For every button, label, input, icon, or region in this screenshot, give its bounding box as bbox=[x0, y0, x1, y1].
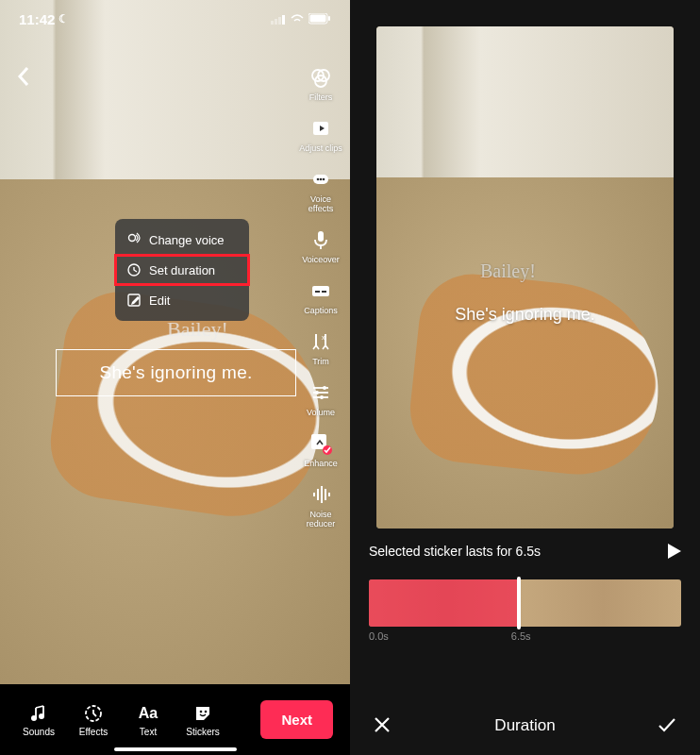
svg-rect-15 bbox=[318, 231, 324, 242]
tool-captions[interactable]: Captions bbox=[299, 277, 342, 315]
captions-icon bbox=[308, 277, 334, 304]
svg-point-36 bbox=[31, 715, 37, 721]
sounds-icon bbox=[27, 702, 50, 725]
caption-label: She's ignoring me. bbox=[99, 362, 252, 383]
edit-toolbar: Filters Adjust clips Voice effects Voice… bbox=[299, 64, 342, 528]
caption-text-box[interactable]: She's ignoring me. bbox=[56, 349, 296, 396]
svg-rect-18 bbox=[322, 291, 326, 293]
menu-change-voice[interactable]: Change voice bbox=[115, 225, 249, 255]
cellular-icon bbox=[271, 14, 286, 25]
tool-filters[interactable]: Filters bbox=[299, 64, 342, 102]
svg-text:x: x bbox=[322, 334, 325, 341]
editor-screen: 11:42 ☾ Filters Adjust clips Voice effec… bbox=[0, 0, 350, 755]
duration-screen: Bailey! She's ignoring me. Selected stic… bbox=[350, 0, 700, 755]
tool-voiceover[interactable]: Voiceover bbox=[299, 226, 342, 264]
svg-point-12 bbox=[317, 178, 320, 181]
duration-title: Duration bbox=[494, 716, 555, 735]
play-button[interactable] bbox=[668, 544, 681, 559]
bottom-sounds[interactable]: Sounds bbox=[11, 702, 66, 737]
wifi-icon bbox=[290, 13, 305, 25]
next-button[interactable]: Next bbox=[260, 700, 333, 739]
tool-enhance[interactable]: Enhance bbox=[299, 430, 342, 468]
tick-mid: 6.5s bbox=[511, 630, 531, 642]
enhance-icon bbox=[308, 430, 334, 457]
svg-point-23 bbox=[315, 391, 319, 394]
stickers-icon bbox=[192, 702, 214, 725]
video-preview[interactable]: Bailey! She's ignoring me. bbox=[376, 26, 674, 528]
svg-rect-17 bbox=[315, 291, 320, 293]
trim-icon: x bbox=[308, 328, 334, 355]
svg-rect-3 bbox=[282, 15, 285, 25]
noise-reducer-icon bbox=[308, 481, 334, 508]
svg-point-33 bbox=[129, 235, 136, 242]
voice-icon bbox=[126, 232, 142, 247]
svg-point-14 bbox=[323, 178, 325, 181]
voice-effects-icon bbox=[308, 166, 334, 193]
menu-set-duration[interactable]: Set duration bbox=[115, 255, 249, 285]
tick-start: 0.0s bbox=[369, 630, 389, 642]
tool-voice-effects[interactable]: Voice effects bbox=[299, 166, 342, 213]
svg-rect-6 bbox=[328, 16, 330, 21]
status-indicators bbox=[271, 13, 331, 25]
svg-point-13 bbox=[320, 178, 323, 181]
preview-wall bbox=[376, 26, 674, 192]
dnd-icon: ☾ bbox=[58, 12, 69, 25]
filters-icon bbox=[308, 64, 334, 91]
menu-edit[interactable]: Edit bbox=[115, 285, 249, 315]
svg-rect-2 bbox=[278, 17, 281, 25]
clock-icon bbox=[126, 262, 142, 277]
status-bar: 11:42 ☾ bbox=[0, 0, 350, 38]
home-indicator[interactable] bbox=[114, 747, 237, 751]
preview-bailey-text: Bailey! bbox=[480, 260, 536, 282]
tool-volume[interactable]: Volume bbox=[299, 379, 342, 417]
effects-icon bbox=[82, 702, 105, 725]
svg-rect-5 bbox=[310, 15, 326, 23]
svg-point-40 bbox=[205, 711, 208, 713]
timeline-ticks: 0.0s 6.5s bbox=[369, 630, 681, 642]
bottom-text[interactable]: Aa Text bbox=[121, 702, 175, 737]
svg-point-25 bbox=[320, 395, 324, 399]
svg-rect-0 bbox=[271, 21, 274, 25]
svg-point-39 bbox=[200, 711, 203, 713]
svg-rect-16 bbox=[312, 286, 329, 296]
bottom-stickers[interactable]: Stickers bbox=[175, 702, 230, 737]
edit-icon bbox=[126, 293, 142, 308]
bottom-effects[interactable]: Effects bbox=[66, 702, 121, 737]
timeline-selection[interactable] bbox=[369, 579, 519, 627]
text-icon: Aa bbox=[137, 702, 159, 725]
back-button[interactable] bbox=[17, 66, 43, 92]
svg-point-37 bbox=[39, 713, 44, 719]
timeline-track[interactable] bbox=[369, 579, 681, 627]
voiceover-icon bbox=[308, 226, 334, 253]
preview-caption: She's ignoring me. bbox=[376, 305, 674, 325]
duration-info-text: Selected sticker lasts for 6.5s bbox=[369, 544, 541, 559]
svg-rect-1 bbox=[275, 19, 277, 25]
bottom-toolbar: Sounds Effects Aa Text Stickers Next bbox=[0, 684, 350, 755]
volume-icon bbox=[308, 379, 334, 406]
tool-adjust-clips[interactable]: Adjust clips bbox=[299, 115, 342, 153]
svg-point-21 bbox=[323, 386, 326, 390]
duration-info-row: Selected sticker lasts for 6.5s bbox=[369, 544, 681, 559]
status-time: 11:42 bbox=[19, 11, 55, 27]
cancel-button[interactable] bbox=[373, 715, 393, 736]
tool-noise-reducer[interactable]: Noise reducer bbox=[299, 481, 342, 528]
tool-trim[interactable]: x Trim bbox=[299, 328, 342, 366]
adjust-clips-icon bbox=[308, 115, 334, 142]
text-context-menu: Change voice Set duration Edit bbox=[115, 219, 249, 321]
battery-icon bbox=[308, 13, 331, 25]
confirm-button[interactable] bbox=[657, 715, 677, 736]
duration-title-bar: Duration bbox=[350, 696, 700, 755]
